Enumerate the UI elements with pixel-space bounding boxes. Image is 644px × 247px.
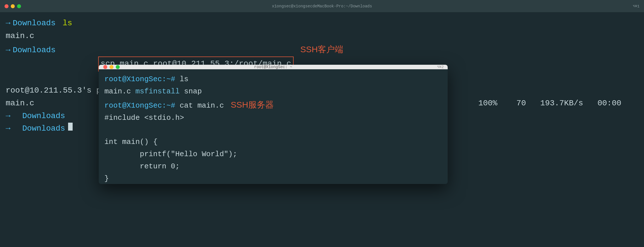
file-main-c: main.c [6,30,34,43]
terminal-line-2: main.c [6,30,638,43]
arrow-icon-3: → [6,44,10,57]
cursor-block-main [68,123,73,131]
ssh-client-label: SSH客户端 [300,43,344,56]
float-terminal-body: root@X1ongSec:~# ls main.c msfinstall sn… [99,69,448,184]
transfer-file: main.c [6,97,34,110]
float-line-5 [104,124,442,136]
maximize-button[interactable] [17,4,21,8]
float-line-4: #include <stdio.h> [104,112,442,124]
float-file-mainc: main.c [104,85,135,98]
ssh-server-label: SSH服务器 [231,98,274,112]
float-terminal-shortcut: ⌥⌘2 [437,65,444,69]
minimize-button[interactable] [11,4,15,8]
main-terminal-titlebar: x1ongsec@x1ongsecdeMacBook-Pro:~/Downloa… [0,0,644,12]
cmd-ls: ls [58,17,72,30]
arrow-icon-1: → [6,17,10,30]
code-main: int main() { [104,136,157,148]
float-line-1: root@X1ongSec:~# ls [104,73,442,85]
float-prompt-3: root@X1ongSec:~# [104,100,175,112]
float-line-2: main.c msfinstall snap [104,85,442,98]
prompt-dir-1: Downloads [13,17,56,30]
float-window-controls [103,65,120,69]
main-terminal-title: x1ongsec@x1ongsecdeMacBook-Pro:~/Downloa… [272,4,372,9]
terminal-line-1: → Downloads ls [6,17,638,30]
transfer-stats: 100% 70 193.7KB/s 00:00 [478,97,621,110]
float-maximize-button[interactable] [116,65,120,69]
main-terminal-shortcut: ⌥⌘1 [633,4,639,9]
code-return: return 0; [104,160,180,173]
prompt-dir-3: Downloads [13,44,56,57]
arrow-icon-6: → [6,110,10,123]
float-terminal-title: root@X1ongSec: ~ [254,65,292,69]
arrow-icon-7: → [6,122,10,135]
code-printf: printf("Hello World"); [104,148,237,160]
prompt-dir-6: Downloads [13,110,65,123]
float-cmd-ls: ls [175,73,189,85]
close-button[interactable] [5,4,9,8]
float-terminal-titlebar: root@X1ongSec: ~ ⌥⌘2 [99,65,448,69]
float-cmd-cat: cat main.c [175,100,224,112]
main-window-controls [5,4,21,8]
float-msfinstall: msfinstall [135,85,184,98]
code-brace: } [104,173,109,184]
float-line-8: return 0; [104,160,442,173]
float-line-6: int main() { [104,136,442,148]
code-include: #include <stdio.h> [104,112,184,124]
float-snap: snap [184,85,202,98]
prompt-dir-7: Downloads [13,122,65,135]
float-close-button[interactable] [103,65,107,69]
float-line-9: } [104,173,442,184]
float-line-7: printf("Hello World"); [104,148,442,160]
float-line-3: root@X1ongSec:~# cat main.c SSH服务器 [104,98,442,112]
float-terminal-window[interactable]: root@X1ongSec: ~ ⌥⌘2 root@X1ongSec:~# ls… [99,65,448,184]
float-prompt-1: root@X1ongSec:~# [104,73,175,85]
float-minimize-button[interactable] [110,65,113,69]
